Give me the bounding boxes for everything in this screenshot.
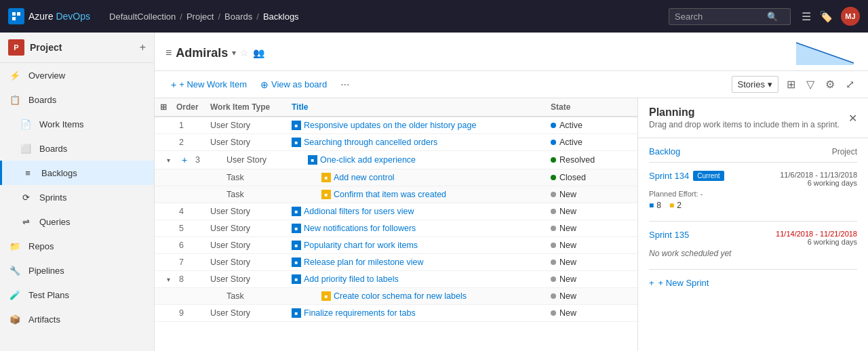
stories-dropdown-button[interactable]: Stories ▾ xyxy=(732,76,778,93)
row-title-t3[interactable]: Create color schema for new labels xyxy=(334,291,467,301)
sidebar-item-overview[interactable]: ⚡ Overview xyxy=(0,63,154,87)
view-as-board-button[interactable]: ⊕ View as board xyxy=(255,77,332,93)
row-num-9: 9 xyxy=(176,308,210,318)
state-text-9: New xyxy=(559,308,576,318)
overview-icon: ⚡ xyxy=(8,68,22,82)
breadcrumb-item-2[interactable]: Boards xyxy=(224,12,252,22)
state-dot-5 xyxy=(551,226,556,231)
row-title-2[interactable]: Searching through cancelled orders xyxy=(304,138,437,147)
expand-icon-3[interactable]: ▾ xyxy=(160,157,176,164)
row-state-3: Resolved xyxy=(551,155,632,165)
sidebar-item-boards-group[interactable]: 📋 Boards xyxy=(0,87,154,112)
app-logo[interactable]: Azure DevOps xyxy=(8,8,90,24)
sidebar-item-pipelines[interactable]: 🔧 Pipelines xyxy=(0,258,154,283)
sprint-name-135[interactable]: Sprint 135 xyxy=(649,230,689,240)
row-title-t1[interactable]: Add new control xyxy=(334,173,395,182)
new-sprint-button[interactable]: + + New Sprint xyxy=(649,278,709,288)
state-dot-t3 xyxy=(551,293,556,299)
backlog-link[interactable]: Backlog xyxy=(649,146,680,157)
close-planning-button[interactable]: ✕ xyxy=(848,112,857,125)
user-story-icon-3: ■ xyxy=(308,155,317,165)
sidebar-item-sprints[interactable]: ⟳ Sprints xyxy=(0,185,154,209)
sprint-name-134[interactable]: Sprint 134 xyxy=(649,171,689,181)
row-title-6[interactable]: Popularity chart for work items xyxy=(304,241,418,250)
row-type-5: User Story xyxy=(210,224,292,233)
row-type-3: User Story xyxy=(226,155,308,165)
state-dot-3 xyxy=(551,157,556,163)
expand-collapse-all-icon[interactable]: ⊞ xyxy=(160,102,167,112)
sidebar-label-boards: Boards xyxy=(39,144,67,154)
title-dropdown-icon[interactable]: ▾ xyxy=(232,48,236,58)
backlogs-icon: ≡ xyxy=(21,166,35,180)
state-text-8: New xyxy=(559,274,576,284)
more-options-button[interactable]: ··· xyxy=(335,76,355,94)
sidebar-item-workitems[interactable]: 📄 Work Items xyxy=(0,112,154,136)
state-text-t1: Closed xyxy=(559,173,586,182)
row-title-t2[interactable]: Confirm that item was created xyxy=(334,190,446,199)
sidebar-item-artifacts[interactable]: 📦 Artifacts xyxy=(0,307,154,331)
row-num-6: 6 xyxy=(176,241,210,250)
row-title-8[interactable]: Add priority filed to labels xyxy=(304,274,399,284)
toolbar: + + New Work Item ⊕ View as board ··· St… xyxy=(155,71,868,98)
row-num-4: 4 xyxy=(176,207,210,216)
row-title-9[interactable]: Finalize requirements for tabs xyxy=(304,308,416,318)
sprint-card-135: Sprint 135 11/14/2018 - 11/21/2018 6 wor… xyxy=(649,230,857,258)
row-title-4[interactable]: Addional filters for users view xyxy=(304,207,414,216)
column-options-button[interactable]: ⊞ xyxy=(784,75,798,94)
sidebar-item-backlogs[interactable]: ≡ Backlogs xyxy=(0,161,154,185)
pipelines-icon: 🔧 xyxy=(8,264,22,277)
avatar[interactable]: MJ xyxy=(841,7,860,26)
add-project-icon[interactable]: + xyxy=(140,41,146,54)
sprint-effort-134: Planned Effort: - xyxy=(649,190,857,198)
right-toolbar: Stories ▾ ⊞ ▽ ⚙ ⤢ xyxy=(732,75,857,94)
row-title-3[interactable]: One-click add experience xyxy=(320,155,416,165)
sidebar-item-repos[interactable]: 📁 Repos xyxy=(0,234,154,258)
settings-button[interactable]: ⚙ xyxy=(823,75,837,94)
sidebar-label-repos: Repos xyxy=(28,241,54,251)
favorite-icon[interactable]: ☆ xyxy=(240,47,249,58)
col-expand-header: ⊞ xyxy=(160,102,176,112)
table-row: 1 User Story ■ Responsive updates on the… xyxy=(155,117,637,134)
expand-button[interactable]: ⤢ xyxy=(843,75,857,94)
row-title-cell-7: ■ Release plan for milestone view xyxy=(292,257,551,267)
user-story-icon-7: ■ xyxy=(292,257,301,267)
user-story-icon-1: ■ xyxy=(292,121,301,130)
table-area: ⊞ Order Work Item Type Title State 1 Use… xyxy=(155,98,868,351)
add-child-icon-3[interactable]: + xyxy=(176,154,193,165)
sidebar-scroll: ⚡ Overview 📋 Boards 📄 Work Items ⬜ Board… xyxy=(0,63,154,351)
breadcrumb-item-0[interactable]: DefaultCollection xyxy=(109,12,176,22)
row-state-7: New xyxy=(551,257,632,267)
planning-body: Backlog Project Sprint 134 Current 11/6/… xyxy=(638,138,868,351)
new-sprint-label: + New Sprint xyxy=(658,278,709,288)
table-row: 2 User Story ■ Searching through cancell… xyxy=(155,134,637,151)
badge-icon[interactable]: 🏷️ xyxy=(819,10,833,23)
row-num-7: 7 xyxy=(176,257,210,267)
breadcrumb-item-1[interactable]: Project xyxy=(186,12,214,22)
row-title-1[interactable]: Responsive updates on the older history … xyxy=(304,121,476,130)
row-state-5: New xyxy=(551,224,632,233)
project-icon: P xyxy=(8,39,24,56)
table-row: ▾ 8 User Story ■ Add priority filed to l… xyxy=(155,271,637,288)
sprint-current-badge: Current xyxy=(693,171,724,181)
sidebar-item-queries[interactable]: ⇌ Queries xyxy=(0,209,154,234)
sidebar-item-boards[interactable]: ⬜ Boards xyxy=(0,136,154,161)
state-text-1: Active xyxy=(559,121,583,130)
col-title-header: Title xyxy=(292,102,551,112)
team-settings-icon[interactable]: 👥 xyxy=(253,47,264,58)
workitems-icon: 📄 xyxy=(19,117,33,131)
search-bar[interactable]: 🔍 xyxy=(669,8,791,25)
sidebar-item-testplans[interactable]: 🧪 Test Plans xyxy=(0,283,154,307)
row-state-1: Active xyxy=(551,121,632,130)
row-state-6: New xyxy=(551,241,632,250)
expand-icon-8[interactable]: ▾ xyxy=(160,276,176,283)
list-icon[interactable]: ☰ xyxy=(802,10,811,23)
sprint-card-header-134: Sprint 134 Current 11/6/2018 - 11/13/201… xyxy=(649,171,857,187)
search-input[interactable] xyxy=(675,12,763,22)
row-num-1: 1 xyxy=(176,121,210,130)
row-title-7[interactable]: Release plan for milestone view xyxy=(304,257,423,267)
new-work-item-button[interactable]: + + New Work Item xyxy=(165,77,252,93)
sprint-divider xyxy=(649,221,857,222)
filter-button[interactable]: ▽ xyxy=(804,75,817,94)
row-title-5[interactable]: New notifications for followers xyxy=(304,224,416,233)
svg-rect-0 xyxy=(12,12,16,16)
